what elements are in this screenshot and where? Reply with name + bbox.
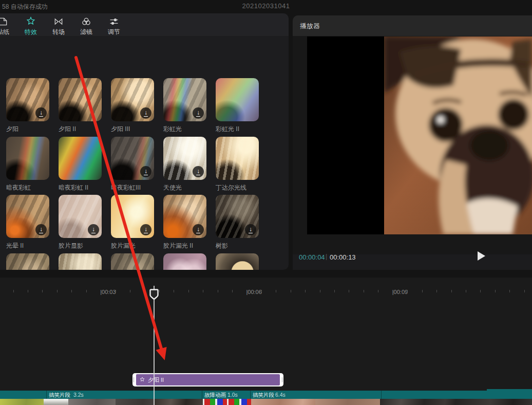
- filmstrip[interactable]: [0, 399, 532, 405]
- effect-thumbnail[interactable]: ↓: [216, 195, 259, 238]
- play-icon[interactable]: [477, 251, 491, 264]
- filmstrip-frame[interactable]: [116, 399, 154, 405]
- effects-grid: ↓夕阳夕阳 II↓夕阳 III↓彩虹光彩虹光 II暗夜彩虹暗夜彩虹 II↓暗夜彩…: [0, 36, 289, 270]
- effect-thumbnail[interactable]: ↓: [216, 253, 259, 270]
- tab-label: 调节: [101, 28, 127, 36]
- effect-thumbnail[interactable]: [216, 78, 259, 121]
- download-icon[interactable]: ↓: [140, 224, 151, 235]
- ruler-time-label: |00:09: [392, 289, 408, 295]
- ruler-tick: [116, 290, 116, 292]
- download-icon[interactable]: ↓: [140, 166, 151, 177]
- download-icon[interactable]: ↓: [193, 166, 204, 177]
- ruler-tick: [130, 290, 130, 292]
- track-clip-name[interactable]: 搞笑片段: [49, 392, 70, 399]
- filmstrip-frame[interactable]: [315, 399, 380, 405]
- download-icon[interactable]: ↓: [245, 224, 256, 235]
- effect-name: 暗夜彩虹III: [111, 183, 154, 192]
- filmstrip-frame[interactable]: [251, 399, 315, 405]
- effect-thumbnail[interactable]: ↓: [111, 253, 154, 270]
- effect-card: 彩虹光 II: [216, 78, 259, 134]
- effect-thumbnail[interactable]: ↓: [111, 137, 154, 180]
- effect-card: ↓: [163, 253, 206, 270]
- effect-name: 暗夜彩虹: [6, 183, 49, 192]
- effect-card: 丁达尔光线: [216, 137, 259, 192]
- timeline: |00:03|00:06|00:09 夕阳 II 搞笑片段3.2s故障动画1.0…: [0, 278, 532, 405]
- tab-label: 贴纸: [0, 28, 16, 36]
- effect-thumbnail[interactable]: ↓: [59, 195, 102, 238]
- effects-tab-bar: 贴纸特效转场滤镜调节: [0, 13, 289, 36]
- track-clip-name[interactable]: 搞笑片段: [253, 392, 274, 399]
- download-icon[interactable]: ↓: [193, 107, 204, 119]
- ruler-tick: [524, 290, 525, 292]
- download-icon[interactable]: ↓: [193, 224, 204, 235]
- ruler-tick: [349, 290, 349, 292]
- effects-star-icon: [139, 377, 145, 383]
- effect-thumbnail[interactable]: ↓: [163, 137, 206, 180]
- video-track-bar-segment[interactable]: [487, 389, 532, 399]
- player-controls: 00:00:04 | 00:00:13: [293, 249, 532, 270]
- tab-滤镜[interactable]: 滤镜: [73, 16, 100, 36]
- ruler-tick: [188, 290, 189, 292]
- tab-特效[interactable]: 特效: [17, 16, 44, 36]
- tab-label: 特效: [17, 28, 44, 36]
- download-icon[interactable]: ↓: [35, 107, 47, 119]
- effect-thumbnail[interactable]: ↓: [6, 253, 49, 270]
- clip-right-handle[interactable]: [282, 377, 282, 382]
- ruler-tick: [28, 290, 28, 292]
- clip-left-handle[interactable]: [134, 377, 134, 382]
- download-icon[interactable]: ↓: [35, 224, 47, 235]
- ruler-tick: [203, 290, 203, 292]
- filmstrip-frame[interactable]: [68, 399, 116, 405]
- ruler-tick: [42, 290, 43, 292]
- effect-card: ↓: [111, 253, 154, 270]
- effect-thumbnail[interactable]: ↓: [163, 78, 206, 121]
- filmstrip-frame[interactable]: [456, 399, 532, 405]
- filmstrip-frame[interactable]: [203, 399, 227, 405]
- ruler-tick: [466, 290, 466, 292]
- playhead-handle[interactable]: [149, 289, 159, 303]
- tab-调节[interactable]: 调节: [101, 16, 127, 36]
- ruler-tick: [13, 290, 14, 292]
- effect-name: 暗夜彩虹 II: [59, 183, 102, 192]
- track-clip-duration: 6.4s: [275, 392, 286, 398]
- effect-thumbnail[interactable]: [59, 78, 102, 121]
- download-icon[interactable]: ↓: [88, 224, 99, 235]
- effect-thumbnail[interactable]: ↓: [111, 195, 154, 238]
- time-separator: |: [326, 253, 327, 260]
- effect-thumbnail[interactable]: ↓: [59, 253, 102, 270]
- effect-thumbnail[interactable]: [6, 137, 49, 180]
- ruler-tick: [232, 290, 233, 292]
- effect-thumbnail[interactable]: [216, 137, 259, 180]
- track-clip-boundary: [202, 391, 202, 399]
- effect-card: 暗夜彩虹 II: [59, 137, 102, 192]
- filmstrip-frame[interactable]: [227, 399, 251, 405]
- ruler-time-label: |00:03: [100, 289, 116, 295]
- ruler-tick: [71, 290, 72, 292]
- filmstrip-frame[interactable]: [44, 399, 68, 405]
- ruler-tick: [422, 290, 423, 292]
- sticker-icon: [0, 16, 16, 27]
- ruler-tick: [305, 290, 306, 292]
- player-title: 播放器: [300, 22, 320, 31]
- effect-thumbnail[interactable]: ↓: [163, 253, 206, 270]
- track-clip-name[interactable]: 故障动画: [204, 392, 226, 399]
- download-icon[interactable]: ↓: [140, 107, 151, 119]
- effect-clip-selected[interactable]: 夕阳 II: [132, 373, 283, 386]
- tab-转场[interactable]: 转场: [45, 16, 72, 36]
- tab-贴纸[interactable]: 贴纸: [0, 16, 16, 36]
- effect-thumbnail[interactable]: ↓: [111, 78, 154, 121]
- effect-thumbnail[interactable]: ↓: [6, 195, 49, 238]
- effects-panel: 贴纸特效转场滤镜调节 ↓夕阳夕阳 II↓夕阳 III↓彩虹光彩虹光 II暗夜彩虹…: [0, 13, 289, 270]
- effect-thumbnail[interactable]: [59, 137, 102, 180]
- filmstrip-frame[interactable]: [154, 399, 203, 405]
- effect-name: 胶片漏光 II: [163, 242, 206, 250]
- player-panel: 播放器: [293, 15, 532, 270]
- effect-thumbnail[interactable]: ↓: [163, 195, 206, 238]
- video-preview-area[interactable]: [293, 36, 532, 254]
- ruler-tick: [451, 290, 452, 292]
- filmstrip-frame[interactable]: [0, 399, 44, 405]
- effect-thumbnail[interactable]: ↓: [6, 78, 49, 121]
- filter-icon: [73, 16, 100, 27]
- filmstrip-frame[interactable]: [380, 399, 456, 405]
- playhead-line[interactable]: [154, 286, 155, 405]
